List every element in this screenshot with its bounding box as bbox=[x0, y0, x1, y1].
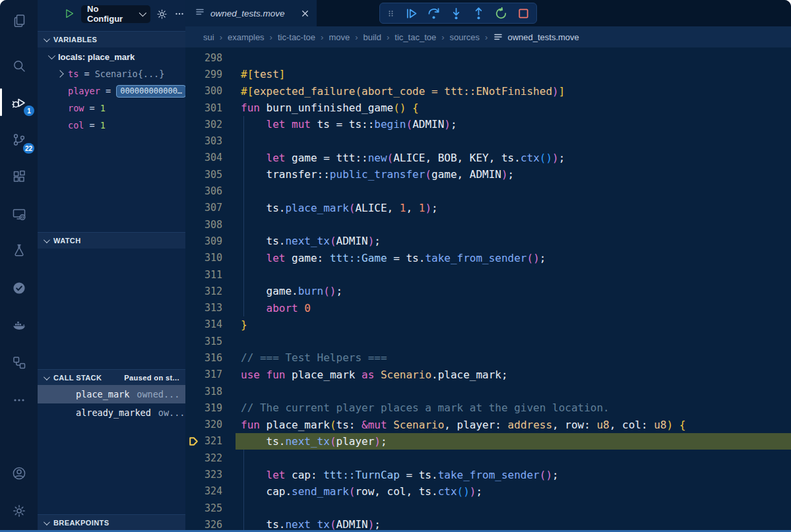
code-line-302[interactable]: 302 let mut ts = ts::begin(ADMIN); bbox=[185, 116, 791, 133]
line-number[interactable]: 309 bbox=[185, 235, 241, 247]
activitybar-more-views[interactable] bbox=[0, 384, 38, 416]
line-number[interactable]: 303 bbox=[185, 135, 241, 147]
line-number[interactable]: 318 bbox=[185, 386, 241, 398]
watch-section-header[interactable]: WATCH bbox=[38, 232, 185, 249]
activitybar-source-control[interactable]: 22 bbox=[0, 124, 38, 156]
code-line-298[interactable]: 298 bbox=[185, 49, 791, 66]
activitybar-search[interactable] bbox=[0, 50, 38, 82]
debug-drag-handle-button[interactable] bbox=[387, 9, 395, 18]
line-number[interactable]: 311 bbox=[185, 269, 241, 281]
call-stack-section-header[interactable]: CALL STACK Paused on st... bbox=[38, 369, 185, 386]
activitybar-run-and-debug[interactable]: 1 bbox=[0, 86, 38, 118]
line-number[interactable]: 314 bbox=[185, 318, 241, 330]
code-line-307[interactable]: 307 ts.place_mark(ALICE, 1, 1); bbox=[185, 200, 791, 216]
line-number[interactable]: 301 bbox=[185, 102, 241, 114]
code-line-305[interactable]: 305 transfer::public_transfer(game, ADMI… bbox=[185, 166, 791, 183]
breadcrumb-item-tic-tac-toe[interactable]: tic-tac-toe bbox=[278, 32, 315, 42]
variable-row-ts[interactable]: ts = Scenario{...} bbox=[38, 65, 185, 82]
code-line-315[interactable]: 315 bbox=[185, 333, 791, 349]
code-line-322[interactable]: 322 bbox=[185, 450, 791, 466]
debug-more-actions-button[interactable] bbox=[174, 8, 185, 20]
breadcrumb-item-examples[interactable]: examples bbox=[228, 32, 265, 42]
start-debug-button[interactable] bbox=[63, 7, 76, 20]
debug-step-out-button[interactable] bbox=[472, 7, 485, 20]
variables-section-header[interactable]: VARIABLES bbox=[38, 31, 185, 47]
code-line-323[interactable]: 323 let cap: ttt::TurnCap = ts.take_from… bbox=[185, 466, 791, 483]
activitybar-references[interactable] bbox=[0, 347, 38, 378]
line-number[interactable]: 304 bbox=[185, 152, 241, 163]
code-line-300[interactable]: 300#[expected_failure(abort_code = ttt::… bbox=[185, 83, 791, 100]
variable-row-col[interactable]: col = 1 bbox=[38, 117, 185, 134]
code-line-318[interactable]: 318 bbox=[185, 383, 791, 399]
line-number[interactable]: 315 bbox=[185, 336, 241, 347]
code-line-301[interactable]: 301fun burn_unfinished_game() { bbox=[185, 100, 791, 116]
line-number[interactable]: 326 bbox=[185, 519, 241, 530]
line-number[interactable]: 299 bbox=[185, 69, 241, 80]
variable-row-player[interactable]: player = 000000000000… bbox=[38, 82, 185, 100]
activitybar-accounts[interactable] bbox=[0, 458, 38, 489]
code-editor[interactable]: 298299#[test]300#[expected_failure(abort… bbox=[185, 47, 791, 530]
code-line-304[interactable]: 304 let game = ttt::new(ALICE, BOB, KEY,… bbox=[185, 150, 791, 166]
line-number[interactable]: 310 bbox=[185, 252, 241, 264]
line-number[interactable]: 319 bbox=[185, 402, 241, 414]
line-number[interactable]: 300 bbox=[185, 85, 241, 97]
code-line-321[interactable]: 321 ts.next_tx(player); bbox=[185, 433, 791, 450]
breadcrumb-item-sui[interactable]: sui bbox=[203, 32, 214, 42]
line-number[interactable]: 322 bbox=[185, 452, 241, 464]
code-line-309[interactable]: 309 ts.next_tx(ADMIN); bbox=[185, 233, 791, 249]
line-number[interactable]: 312 bbox=[185, 285, 241, 297]
activitybar-settings[interactable] bbox=[0, 495, 38, 527]
debug-stop-button[interactable] bbox=[517, 7, 530, 20]
line-number[interactable]: 305 bbox=[185, 169, 241, 181]
callstack-frame-place_mark[interactable]: place_markowned... bbox=[38, 385, 185, 403]
code-line-303[interactable]: 303 bbox=[185, 133, 791, 149]
debug-step-over-button[interactable] bbox=[427, 7, 440, 20]
breadcrumb-item-sources[interactable]: sources bbox=[450, 32, 480, 42]
line-number[interactable]: 316 bbox=[185, 352, 241, 364]
breadcrumb-item-build[interactable]: build bbox=[364, 32, 381, 42]
line-number[interactable]: 325 bbox=[185, 502, 241, 514]
debug-restart-button[interactable] bbox=[495, 7, 507, 20]
line-number[interactable]: 306 bbox=[185, 185, 241, 197]
breakpoints-section-header[interactable]: BREAKPOINTS bbox=[38, 514, 185, 531]
debug-step-into-button[interactable] bbox=[450, 7, 462, 20]
code-line-325[interactable]: 325 bbox=[185, 500, 791, 516]
line-number[interactable]: 302 bbox=[185, 119, 241, 131]
variable-row-row[interactable]: row = 1 bbox=[38, 100, 185, 117]
code-line-320[interactable]: 320fun place_mark(ts: &mut Scenario, pla… bbox=[185, 417, 791, 433]
activitybar-explorer[interactable] bbox=[0, 5, 38, 37]
code-line-319[interactable]: 319// The current player places a mark a… bbox=[185, 399, 791, 416]
breadcrumb-item-owned_tests.move[interactable]: owned_tests.move bbox=[493, 32, 579, 42]
code-line-306[interactable]: 306 bbox=[185, 183, 791, 199]
activitybar-remote-explorer[interactable] bbox=[0, 198, 38, 230]
breadcrumb-item-move[interactable]: move bbox=[329, 32, 350, 42]
code-line-310[interactable]: 310 let game: ttt::Game = ts.take_from_s… bbox=[185, 250, 791, 266]
code-line-313[interactable]: 313 abort 0 bbox=[185, 299, 791, 316]
line-number[interactable]: 323 bbox=[185, 469, 241, 481]
line-number[interactable]: 320 bbox=[185, 419, 241, 430]
code-line-324[interactable]: 324 cap.send_mark(row, col, ts.ctx()); bbox=[185, 483, 791, 500]
line-number[interactable]: 313 bbox=[185, 302, 241, 314]
tab-close-icon[interactable] bbox=[300, 9, 310, 18]
code-line-314[interactable]: 314} bbox=[185, 316, 791, 333]
code-line-312[interactable]: 312 game.burn(); bbox=[185, 283, 791, 299]
code-line-317[interactable]: 317use fun place_mark as Scenario.place_… bbox=[185, 367, 791, 383]
code-line-299[interactable]: 299#[test] bbox=[185, 66, 791, 82]
debug-settings-gear-button[interactable] bbox=[156, 8, 168, 20]
callstack-frame-already_marked[interactable]: already_markedow... bbox=[38, 403, 185, 422]
debug-configuration-dropdown[interactable]: No Configur bbox=[81, 5, 150, 23]
line-number[interactable]: 307 bbox=[185, 202, 241, 214]
tab-owned-tests[interactable]: owned_tests.move bbox=[185, 0, 317, 26]
activitybar-test-results[interactable] bbox=[0, 272, 38, 304]
code-line-316[interactable]: 316// === Test Helpers === bbox=[185, 349, 791, 366]
breadcrumb-item-tic_tac_toe[interactable]: tic_tac_toe bbox=[395, 32, 436, 42]
activitybar-extensions[interactable] bbox=[0, 161, 38, 192]
line-number[interactable]: 308 bbox=[185, 219, 241, 231]
code-line-308[interactable]: 308 bbox=[185, 216, 791, 233]
activitybar-docker[interactable] bbox=[0, 309, 38, 340]
line-number[interactable]: 317 bbox=[185, 369, 241, 380]
variables-scope-row[interactable]: locals: place_mark bbox=[38, 48, 185, 65]
line-number[interactable]: 324 bbox=[185, 485, 241, 497]
line-number[interactable]: 298 bbox=[185, 52, 241, 64]
code-line-326[interactable]: 326 ts.next_tx(ADMIN); bbox=[185, 516, 791, 530]
